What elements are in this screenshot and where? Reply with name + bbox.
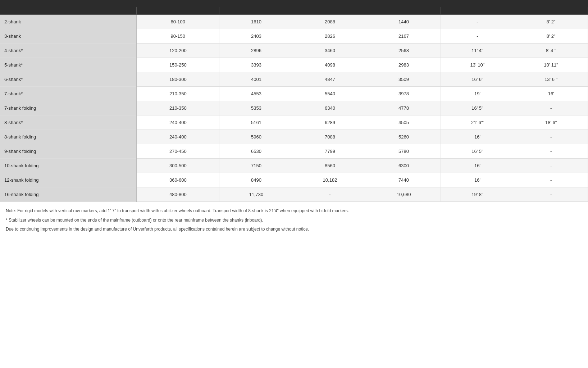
cell-m132: 6530: [219, 144, 293, 159]
col-hp: [137, 7, 219, 15]
cell-model: 2-shank: [0, 15, 137, 29]
cell-m112: 5260: [367, 130, 441, 144]
cell-m112: 4778: [367, 101, 441, 115]
cell-inboard: -: [514, 173, 588, 187]
cell-inboard: 16': [514, 87, 588, 101]
table-row: 16-shank folding480-80011,730-10,68019' …: [0, 187, 588, 202]
col-m122: [293, 7, 367, 15]
cell-outboard: 16': [441, 130, 514, 144]
cell-m122: 10,182: [293, 173, 367, 187]
cell-hp: 180-300: [137, 72, 219, 87]
cell-hp: 360-600: [137, 173, 219, 187]
cell-inboard: 18' 6": [514, 115, 588, 130]
cell-model: 16-shank folding: [0, 187, 137, 202]
sub-header-row: [0, 7, 588, 15]
cell-m132: 7150: [219, 159, 293, 173]
cell-model: 7-shank*: [0, 87, 137, 101]
cell-outboard: 19' 8": [441, 187, 514, 202]
cell-inboard: -: [514, 187, 588, 202]
cell-outboard: 13' 10": [441, 58, 514, 72]
table-row: 5-shank*150-25033934098298313' 10"10' 11…: [0, 58, 588, 72]
col-inboard: [514, 7, 588, 15]
cell-model: 8-shank folding: [0, 130, 137, 144]
table-row: 4-shank*120-20028963460256811' 4"8' 4 ": [0, 44, 588, 58]
cell-hp: 120-200: [137, 44, 219, 58]
table-body: 2-shank60-100161020881440-8' 2"3-shank90…: [0, 15, 588, 202]
cell-inboard: 8' 2": [514, 15, 588, 29]
cell-outboard: 21' 6'": [441, 115, 514, 130]
cell-m122: 7088: [293, 130, 367, 144]
cell-m122: 6289: [293, 115, 367, 130]
approx-weight-header: [219, 0, 441, 7]
cell-m112: 5780: [367, 144, 441, 159]
cell-hp: 480-800: [137, 187, 219, 202]
table-row: 2-shank60-100161020881440-8' 2": [0, 15, 588, 29]
top-header-row: [0, 0, 588, 7]
cell-outboard: 16': [441, 173, 514, 187]
cell-inboard: 10' 11": [514, 58, 588, 72]
cell-hp: 60-100: [137, 15, 219, 29]
cell-outboard: 16' 5": [441, 144, 514, 159]
cell-m122: -: [293, 187, 367, 202]
main-container: 2-shank60-100161020881440-8' 2"3-shank90…: [0, 0, 588, 240]
note-1: Note: For rigid models with vertical row…: [6, 207, 582, 215]
cell-m132: 5960: [219, 130, 293, 144]
table-row: 7-shank folding210-35053536340477816' 5"…: [0, 101, 588, 115]
cell-m112: 1440: [367, 15, 441, 29]
cell-m112: 10,680: [367, 187, 441, 202]
cell-m132: 5161: [219, 115, 293, 130]
cell-outboard: -: [441, 29, 514, 44]
cell-inboard: -: [514, 101, 588, 115]
empty-header-2: [137, 0, 219, 7]
col-m132: [219, 7, 293, 15]
cell-m112: 2568: [367, 44, 441, 58]
cell-m122: 3460: [293, 44, 367, 58]
cell-m122: 2826: [293, 29, 367, 44]
cell-m132: 2896: [219, 44, 293, 58]
cell-inboard: 13' 6 ": [514, 72, 588, 87]
cell-m122: 4847: [293, 72, 367, 87]
table-row: 3-shank90-150240328262167-8' 2": [0, 29, 588, 44]
cell-hp: 150-250: [137, 58, 219, 72]
cell-model: 7-shank folding: [0, 101, 137, 115]
cell-outboard: 11' 4": [441, 44, 514, 58]
table-row: 7-shank*210-35045535540397819'16': [0, 87, 588, 101]
col-model-size: [0, 7, 137, 15]
cell-hp: 90-150: [137, 29, 219, 44]
table-row: 9-shank folding270-45065307799578016' 5"…: [0, 144, 588, 159]
cell-model: 9-shank folding: [0, 144, 137, 159]
cell-m112: 7440: [367, 173, 441, 187]
cell-m132: 2403: [219, 29, 293, 44]
cell-m132: 8490: [219, 173, 293, 187]
cell-inboard: -: [514, 130, 588, 144]
cell-inboard: -: [514, 159, 588, 173]
cell-model: 3-shank: [0, 29, 137, 44]
table-row: 6-shank*180-30040014847350916' 6"13' 6 ": [0, 72, 588, 87]
note-2: * Stabilizer wheels can be mounted on th…: [6, 217, 582, 224]
table-row: 12-shank folding360-600849010,182744016'…: [0, 173, 588, 187]
col-m112: [367, 7, 441, 15]
cell-m112: 3509: [367, 72, 441, 87]
cell-m122: 6340: [293, 101, 367, 115]
cell-m132: 3393: [219, 58, 293, 72]
cell-m112: 4505: [367, 115, 441, 130]
cell-m122: 2088: [293, 15, 367, 29]
cell-hp: 240-400: [137, 115, 219, 130]
notes-section: Note: For rigid models with vertical row…: [0, 202, 588, 240]
cell-m132: 5353: [219, 101, 293, 115]
cell-model: 10-shank folding: [0, 159, 137, 173]
cell-m112: 6300: [367, 159, 441, 173]
transport-width-header: [441, 0, 588, 7]
cell-m132: 11,730: [219, 187, 293, 202]
specs-table: 2-shank60-100161020881440-8' 2"3-shank90…: [0, 0, 588, 202]
cell-inboard: 8' 2": [514, 29, 588, 44]
cell-model: 5-shank*: [0, 58, 137, 72]
cell-model: 6-shank*: [0, 72, 137, 87]
cell-hp: 210-350: [137, 87, 219, 101]
cell-m132: 1610: [219, 15, 293, 29]
cell-m112: 2983: [367, 58, 441, 72]
table-row: 8-shank*240-40051616289450521' 6'"18' 6": [0, 115, 588, 130]
cell-model: 8-shank*: [0, 115, 137, 130]
cell-outboard: 19': [441, 87, 514, 101]
table-row: 8-shank folding240-40059607088526016'-: [0, 130, 588, 144]
